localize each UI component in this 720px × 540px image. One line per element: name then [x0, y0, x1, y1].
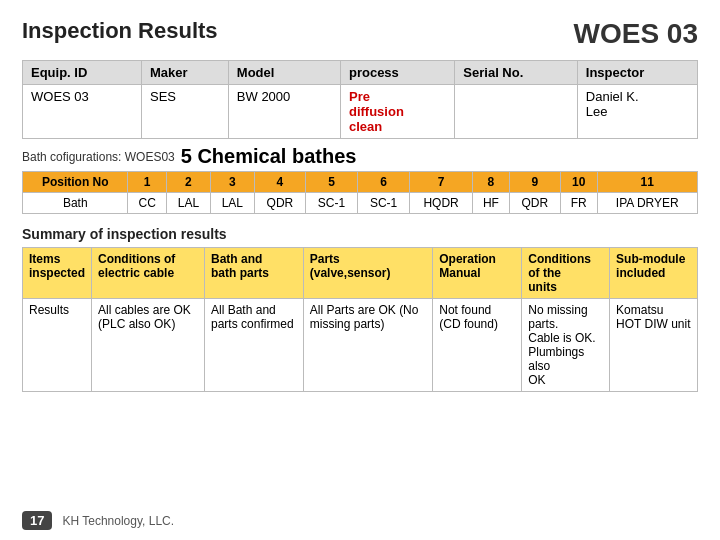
- col-serial: Serial No.: [455, 61, 577, 85]
- cell-process: Prediffusionclean: [340, 85, 454, 139]
- summary-col-sub: Sub-moduleincluded: [610, 248, 698, 299]
- cell-serial: [455, 85, 577, 139]
- bath-val-4: QDR: [254, 193, 305, 214]
- cell-inspector: Daniel K.Lee: [577, 85, 697, 139]
- summary-title: Summary of inspection results: [22, 226, 698, 242]
- col-equip-id: Equip. ID: [23, 61, 142, 85]
- woes-badge: WOES 03: [574, 18, 698, 50]
- col-maker: Maker: [142, 61, 229, 85]
- summary-result-cond: No missing parts.Cable is OK.Plumbings a…: [522, 299, 610, 392]
- summary-result-sub: Komatsu HOT DIW unit: [610, 299, 698, 392]
- page-title: Inspection Results: [22, 18, 218, 44]
- bath-val-6: SC-1: [358, 193, 410, 214]
- bath-val-1: CC: [128, 193, 166, 214]
- bath-chemical-text: 5 Chemical bathes: [181, 145, 357, 168]
- bath-col-1: 1: [128, 172, 166, 193]
- col-inspector: Inspector: [577, 61, 697, 85]
- bath-val-9: QDR: [509, 193, 560, 214]
- bath-val-5: SC-1: [305, 193, 357, 214]
- table-row: WOES 03 SES BW 2000 Prediffusionclean Da…: [23, 85, 698, 139]
- cell-maker: SES: [142, 85, 229, 139]
- summary-col-parts: Parts(valve,sensor): [303, 248, 432, 299]
- col-model: Model: [228, 61, 340, 85]
- bath-val-2: LAL: [166, 193, 210, 214]
- summary-result-parts: All Parts are OK (No missing parts): [303, 299, 432, 392]
- summary-col-bath: Bath andbath parts: [205, 248, 304, 299]
- bath-val-11: IPA DRYER: [597, 193, 697, 214]
- footer-company: KH Technology, LLC.: [62, 514, 174, 528]
- bath-col-3: 3: [210, 172, 254, 193]
- bath-config-label: Bath cofigurations: WOES03: [22, 150, 175, 164]
- col-process: process: [340, 61, 454, 85]
- bath-col-7: 7: [410, 172, 473, 193]
- footer: 17 KH Technology, LLC.: [22, 511, 174, 530]
- summary-col-items: Itemsinspected: [23, 248, 92, 299]
- bath-val-7: HQDR: [410, 193, 473, 214]
- cell-model: BW 2000: [228, 85, 340, 139]
- bath-col-11: 11: [597, 172, 697, 193]
- inspection-table: Equip. ID Maker Model process Serial No.…: [22, 60, 698, 139]
- bath-positions-table: Position No 1 2 3 4 5 6 7 8 9 10 11 Bath…: [22, 171, 698, 214]
- page-number: 17: [22, 511, 52, 530]
- header-row: Inspection Results WOES 03: [22, 18, 698, 50]
- bath-col-8: 8: [473, 172, 510, 193]
- bath-col-9: 9: [509, 172, 560, 193]
- bath-col-6: 6: [358, 172, 410, 193]
- bath-col-2: 2: [166, 172, 210, 193]
- bath-col-10: 10: [560, 172, 597, 193]
- summary-result-op: Not found (CD found): [433, 299, 522, 392]
- bath-config-row: Bath cofigurations: WOES03 5 Chemical ba…: [22, 145, 698, 168]
- page: Inspection Results WOES 03 Equip. ID Mak…: [0, 0, 720, 540]
- bath-col-5: 5: [305, 172, 357, 193]
- summary-results-label: Results: [23, 299, 92, 392]
- summary-results-row: Results All cables are OK (PLC also OK) …: [23, 299, 698, 392]
- bath-col-pos: Position No: [23, 172, 128, 193]
- cell-equip-id: WOES 03: [23, 85, 142, 139]
- bath-val-10: FR: [560, 193, 597, 214]
- summary-col-cable: Conditions ofelectric cable: [92, 248, 205, 299]
- bath-val-8: HF: [473, 193, 510, 214]
- bath-values-row: Bath CC LAL LAL QDR SC-1 SC-1 HQDR HF QD…: [23, 193, 698, 214]
- summary-result-bath: All Bath and parts confirmed: [205, 299, 304, 392]
- bath-val-3: LAL: [210, 193, 254, 214]
- summary-col-op: OperationManual: [433, 248, 522, 299]
- bath-col-4: 4: [254, 172, 305, 193]
- bath-row-label: Bath: [23, 193, 128, 214]
- summary-result-cable: All cables are OK (PLC also OK): [92, 299, 205, 392]
- summary-table: Itemsinspected Conditions ofelectric cab…: [22, 247, 698, 392]
- summary-col-cond: Conditions of theunits: [522, 248, 610, 299]
